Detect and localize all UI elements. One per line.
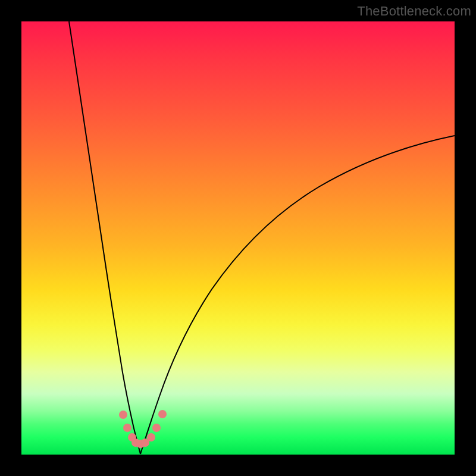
data-marker <box>147 433 155 441</box>
watermark-text: TheBottleneck.com <box>357 4 471 19</box>
right-branch-curve <box>140 136 455 454</box>
data-marker <box>152 424 161 432</box>
data-marker <box>119 411 127 419</box>
data-marker <box>123 424 131 432</box>
chart-frame: TheBottleneck.com <box>0 0 476 476</box>
left-branch-curve <box>69 21 140 454</box>
plot-area <box>21 21 455 455</box>
chart-svg <box>21 21 455 455</box>
marker-group <box>119 410 167 448</box>
data-marker <box>158 410 167 418</box>
